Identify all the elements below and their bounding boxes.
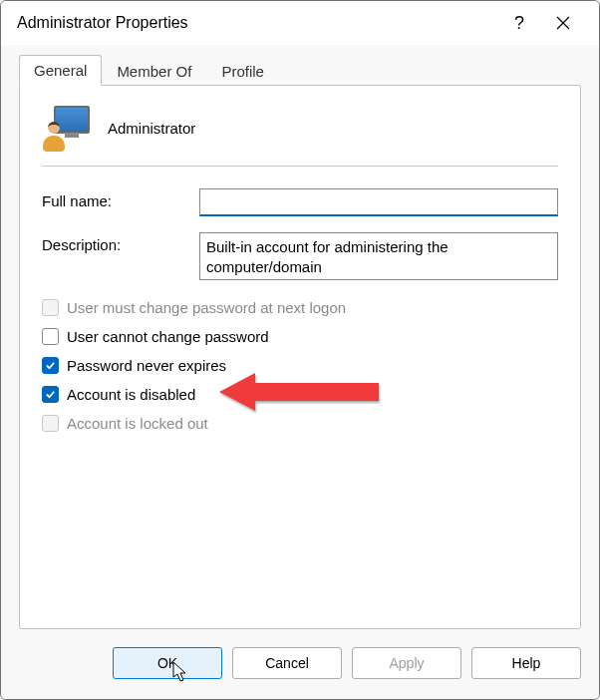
tab-profile[interactable]: Profile bbox=[206, 56, 279, 86]
user-header: Administrator bbox=[42, 104, 558, 152]
user-name: Administrator bbox=[108, 120, 195, 137]
checkbox-group: User must change password at next logon … bbox=[42, 299, 558, 432]
checkbox-icon bbox=[42, 328, 59, 345]
window-title: Administrator Properties bbox=[17, 14, 497, 32]
tabstrip: General Member Of Profile bbox=[19, 53, 581, 85]
tabpanel-general: Administrator Full name: Description: Bu… bbox=[19, 85, 581, 629]
checkbox-label: Account is disabled bbox=[67, 386, 195, 403]
description-row: Description: Built-in account for admini… bbox=[42, 232, 558, 283]
tab-member-of[interactable]: Member Of bbox=[102, 56, 206, 86]
checkbox-icon bbox=[42, 386, 59, 403]
checkbox-account-disabled[interactable]: Account is disabled bbox=[42, 386, 558, 403]
dialog-content: General Member Of Profile Administrator … bbox=[1, 45, 599, 629]
checkbox-never-expires[interactable]: Password never expires bbox=[42, 357, 558, 374]
checkbox-label: User cannot change password bbox=[67, 328, 269, 345]
help-button-footer[interactable]: Help bbox=[471, 647, 581, 679]
description-input[interactable]: Built-in account for administering the c… bbox=[199, 232, 558, 280]
checkbox-locked-out: Account is locked out bbox=[42, 415, 558, 432]
checkbox-cannot-change[interactable]: User cannot change password bbox=[42, 328, 558, 345]
close-button[interactable] bbox=[541, 1, 585, 45]
close-icon bbox=[556, 16, 570, 30]
checkbox-icon bbox=[42, 299, 59, 316]
apply-button[interactable]: Apply bbox=[352, 647, 461, 679]
description-label: Description: bbox=[42, 232, 199, 253]
checkbox-label: User must change password at next logon bbox=[67, 299, 346, 316]
user-icon bbox=[42, 104, 90, 152]
properties-dialog: Administrator Properties ? General Membe… bbox=[0, 0, 600, 700]
full-name-label: Full name: bbox=[42, 188, 199, 209]
checkbox-label: Account is locked out bbox=[67, 415, 208, 432]
ok-button[interactable]: OK bbox=[113, 647, 222, 679]
checkbox-icon bbox=[42, 357, 59, 374]
checkbox-icon bbox=[42, 415, 59, 432]
full-name-row: Full name: bbox=[42, 188, 558, 216]
button-row: OK Cancel Apply Help bbox=[1, 629, 599, 699]
cancel-button[interactable]: Cancel bbox=[232, 647, 342, 679]
tab-general[interactable]: General bbox=[19, 55, 102, 86]
help-button[interactable]: ? bbox=[497, 1, 541, 45]
checkbox-label: Password never expires bbox=[67, 357, 226, 374]
divider bbox=[42, 166, 558, 167]
full-name-input[interactable] bbox=[199, 188, 558, 216]
titlebar: Administrator Properties ? bbox=[1, 1, 599, 45]
checkbox-must-change: User must change password at next logon bbox=[42, 299, 558, 316]
